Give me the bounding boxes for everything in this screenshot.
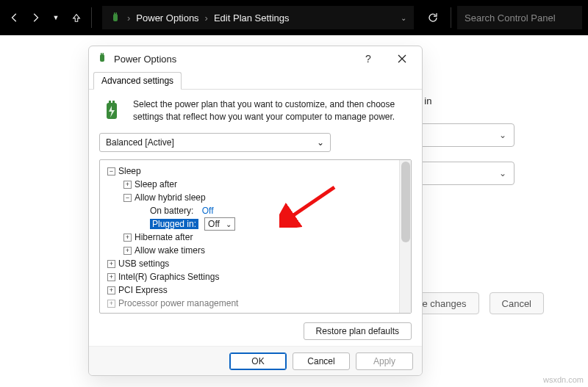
chevron-right-icon: › (127, 12, 130, 23)
dialog-title: Power Options (114, 54, 348, 65)
expand-icon[interactable]: + (123, 234, 132, 242)
search-input[interactable]: Search Control Panel (457, 6, 582, 29)
tree-leaf-on-battery[interactable]: On battery: Off (103, 204, 396, 217)
chevron-down-icon: ⌄ (499, 130, 506, 140)
on-battery-value[interactable]: Off (202, 206, 214, 216)
chevron-down-icon: ⌄ (317, 137, 324, 148)
expand-icon[interactable]: + (107, 273, 115, 281)
navigation-toolbar: ▼ › Power Options › Edit Plan Settings ⌄… (0, 0, 588, 35)
tree-node-hibernate-after[interactable]: +Hibernate after (103, 231, 396, 244)
chevron-down-icon: ⌄ (226, 220, 232, 228)
refresh-icon[interactable] (421, 6, 445, 29)
breadcrumb-item[interactable]: Edit Plan Settings (214, 12, 290, 23)
tree-leaf-plugged-in[interactable]: Plugged in:Off⌄ (103, 217, 396, 231)
chevron-down-icon[interactable]: ⌄ (401, 14, 406, 22)
chevron-down-icon: ⌄ (499, 168, 506, 178)
svg-rect-4 (101, 53, 102, 55)
svg-rect-2 (116, 12, 118, 15)
battery-icon (99, 98, 124, 126)
power-options-icon (110, 12, 121, 23)
tree-node-allow-wake-timers[interactable]: +Allow wake timers (103, 244, 396, 257)
power-plan-dropdown[interactable]: Balanced [Active] ⌄ (99, 133, 331, 152)
cancel-button[interactable]: Cancel (490, 292, 544, 314)
tree-node-sleep-after[interactable]: +Sleep after (103, 178, 396, 191)
tree-node-allow-hybrid-sleep[interactable]: −Allow hybrid sleep (103, 191, 396, 204)
apply-button[interactable]: Apply (356, 352, 413, 370)
intro-text: Select the power plan that you want to c… (133, 98, 412, 126)
up-icon[interactable] (68, 9, 85, 26)
chevron-right-icon: › (205, 12, 208, 23)
expand-icon[interactable]: + (123, 247, 132, 255)
address-bar[interactable]: › Power Options › Edit Plan Settings ⌄ (102, 6, 414, 29)
plugged-in-value-dropdown[interactable]: Off⌄ (204, 217, 235, 231)
back-icon[interactable] (6, 9, 24, 26)
expand-icon[interactable]: + (107, 286, 115, 294)
dialog-footer: OK Cancel Apply (89, 346, 422, 375)
tree-node-processor-power[interactable]: +Processor power management (103, 297, 396, 310)
svg-rect-3 (100, 54, 104, 62)
recent-icon[interactable]: ▼ (47, 9, 65, 26)
svg-rect-7 (109, 101, 111, 104)
svg-rect-1 (114, 12, 115, 15)
tree-scrollbar[interactable] (399, 160, 411, 313)
cancel-button[interactable]: Cancel (293, 352, 350, 370)
watermark: wsxdn.com (543, 375, 584, 384)
help-button[interactable]: ? (354, 47, 382, 70)
plugged-in-label-selected: Plugged in: (150, 219, 198, 229)
collapse-icon[interactable]: − (123, 194, 132, 202)
tree-node-usb-settings[interactable]: +USB settings (103, 257, 396, 270)
tab-advanced-settings[interactable]: Advanced settings (93, 72, 182, 90)
breadcrumb-item[interactable]: Power Options (136, 12, 198, 23)
close-button[interactable] (388, 47, 416, 70)
power-options-icon (96, 52, 108, 66)
tree-node-intel-graphics[interactable]: +Intel(R) Graphics Settings (103, 270, 396, 283)
power-options-dialog: Power Options ? Advanced settings Select… (88, 46, 423, 376)
tab-strip: Advanced settings (89, 71, 422, 90)
settings-tree: −Sleep +Sleep after −Allow hybrid sleep … (99, 159, 412, 314)
svg-rect-5 (103, 53, 104, 55)
collapse-icon[interactable]: − (107, 167, 115, 176)
svg-rect-0 (113, 14, 118, 21)
expand-icon[interactable]: + (107, 300, 115, 308)
forward-icon[interactable] (26, 9, 44, 26)
title-bar: Power Options ? (89, 46, 422, 71)
svg-rect-8 (112, 101, 115, 104)
ok-button[interactable]: OK (229, 352, 287, 370)
restore-plan-defaults-button[interactable]: Restore plan defaults (304, 322, 412, 340)
expand-icon[interactable]: + (107, 260, 115, 268)
tree-node-sleep[interactable]: −Sleep (103, 164, 396, 178)
scrollbar-thumb[interactable] (401, 162, 410, 242)
tree-node-pci-express[interactable]: +PCI Express (103, 283, 396, 297)
expand-icon[interactable]: + (123, 181, 132, 189)
